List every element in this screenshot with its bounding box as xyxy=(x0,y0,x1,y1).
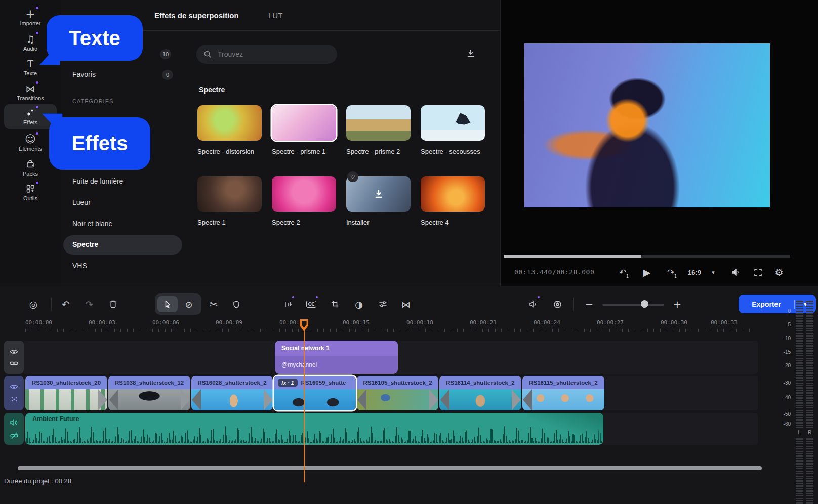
transition-marker[interactable] xyxy=(180,389,202,410)
effect-card-spectre-4[interactable]: Spectre 4 xyxy=(421,176,485,229)
effect-name: Spectre 4 xyxy=(421,217,485,229)
color-paint-icon[interactable] xyxy=(550,297,564,311)
preview-progress-bar[interactable] xyxy=(504,255,790,258)
aspect-ratio-selector[interactable]: 16:9 xyxy=(685,265,704,279)
sidebar-item-label: Effets xyxy=(23,119,37,125)
video-clip[interactable]: RS16105_shutterstock_2 xyxy=(357,376,438,410)
effect-card-spectre-distorsion[interactable]: Spectre - distorsion xyxy=(197,105,262,158)
video-clip-name: RS16059_shutte xyxy=(301,380,346,386)
previous-frame-icon[interactable]: ↶1 xyxy=(616,265,630,279)
sidebar-item-outils[interactable]: Outils xyxy=(4,180,57,204)
text-clip-title: Social network 1 xyxy=(275,341,398,356)
adjust-sliders-icon[interactable] xyxy=(376,297,390,311)
speaker-icon[interactable] xyxy=(10,419,18,426)
ruler-tick-label: 00:00:15 xyxy=(343,319,370,326)
chevron-down-icon[interactable]: ▾ xyxy=(706,265,720,279)
search-icon xyxy=(203,50,212,59)
favorites-count-badge: 0 xyxy=(162,70,173,80)
video-clip-thumbnails xyxy=(522,389,604,410)
zoom-in-icon[interactable]: + xyxy=(670,297,684,311)
effect-card-spectre-2[interactable]: Spectre 2 xyxy=(272,176,336,229)
volume-icon[interactable] xyxy=(729,265,743,279)
effect-card-spectre-1[interactable]: Spectre 1 xyxy=(197,176,262,229)
transition-mix-icon[interactable]: ⋈ xyxy=(399,297,413,311)
effect-card-installer[interactable]: ♡ Installer xyxy=(346,176,411,229)
transition-marker[interactable] xyxy=(511,389,533,410)
ruler-tick-label: 00:00:09 xyxy=(216,319,242,326)
effect-card-spectre-prisme-2[interactable]: Spectre - prisme 2 xyxy=(346,105,411,158)
link-icon[interactable] xyxy=(10,361,18,366)
effect-card-spectre-secousses[interactable]: Spectre - secousses xyxy=(421,105,485,158)
scissors-split-icon[interactable]: ✂ xyxy=(207,297,221,311)
magic-dots-icon[interactable] xyxy=(10,396,18,403)
favorites-item[interactable]: Favoris xyxy=(72,70,96,78)
category-fuite-de-lumiere[interactable]: Fuite de lumière xyxy=(72,177,123,185)
meter-channel-left: L xyxy=(798,430,801,435)
effect-name: Spectre - secousses xyxy=(421,146,485,158)
disable-clip-icon[interactable]: ⊘ xyxy=(182,297,196,311)
link-off-icon[interactable] xyxy=(10,432,18,439)
captions-icon[interactable]: CC xyxy=(304,297,318,311)
audio-clip-ambient-future[interactable]: Ambient Future xyxy=(25,413,603,445)
crop-icon[interactable] xyxy=(328,297,342,311)
video-clip-name: RS16114_shutterstock_2 xyxy=(439,376,521,389)
ruler-ticks[interactable] xyxy=(25,329,754,332)
effects-sparkle-icon xyxy=(25,107,36,118)
download-panel-icon[interactable] xyxy=(466,48,476,58)
video-clip-selected[interactable]: fx · 1 RS16059_shutte xyxy=(274,376,356,410)
effect-card-spectre-prisme-1[interactable]: Spectre - prisme 1 xyxy=(272,105,336,158)
redo-icon[interactable]: ↷ xyxy=(82,297,96,311)
play-icon[interactable]: ▶ xyxy=(640,265,654,279)
video-clip[interactable]: RS16028_shutterstock_2 xyxy=(191,376,273,410)
text-clip-social-network[interactable]: Social network 1 @mychannel xyxy=(275,341,398,374)
meter-scale-label: -60 xyxy=(778,421,791,427)
preview-video-frame: @mychannel xyxy=(524,43,770,207)
video-clip[interactable]: RS1038_shutterstock_12 xyxy=(108,376,190,410)
timeline-zoom-slider[interactable] xyxy=(602,304,664,306)
visibility-eye-icon[interactable] xyxy=(10,384,18,390)
audio-levels-icon[interactable] xyxy=(280,297,295,311)
tab-effets-superposition[interactable]: Effets de superposition xyxy=(154,11,239,20)
sidebar-item-label: Éléments xyxy=(19,146,42,152)
playhead-line[interactable] xyxy=(304,319,305,482)
notification-dot xyxy=(36,81,38,84)
category-vhs[interactable]: VHS xyxy=(72,262,87,270)
category-spectre[interactable]: Spectre xyxy=(72,240,98,248)
transition-marker[interactable] xyxy=(428,389,451,410)
next-frame-icon[interactable]: ↷1 xyxy=(664,265,678,279)
category-lueur[interactable]: Lueur xyxy=(72,198,91,206)
callout-texte: Texte xyxy=(47,15,143,61)
audio-mixer-icon[interactable] xyxy=(526,297,540,311)
favorite-heart-icon[interactable]: ♡ xyxy=(347,171,358,182)
zoom-out-icon[interactable]: − xyxy=(582,297,596,311)
select-tool-icon[interactable] xyxy=(160,297,175,311)
zoom-slider-thumb[interactable] xyxy=(641,300,648,308)
callout-effets: Effets xyxy=(49,117,150,170)
effect-thumbnail xyxy=(197,176,262,212)
fullscreen-icon[interactable] xyxy=(751,265,765,279)
video-clip[interactable]: RS1030_shutterstock_20 xyxy=(25,376,107,410)
video-clip[interactable]: RS16115_shutterstock_2 xyxy=(522,376,604,410)
horizontal-scrollbar[interactable] xyxy=(18,466,762,470)
ruler-tick-label: 00:00:30 xyxy=(661,319,687,326)
visibility-eye-icon[interactable] xyxy=(10,349,18,355)
delete-icon[interactable] xyxy=(106,297,120,311)
record-icon[interactable]: ◎ xyxy=(26,297,40,311)
settings-gear-icon[interactable]: ⚙ xyxy=(772,265,786,279)
sidebar-item-label: Transitions xyxy=(17,95,44,101)
transition-marker[interactable] xyxy=(97,389,119,410)
sidebar-item-transitions[interactable]: ⋈ Transitions xyxy=(4,80,57,104)
playback-time: 00:13.440/00:28.000 xyxy=(514,268,594,276)
tab-lut[interactable]: LUT xyxy=(268,11,282,20)
meter-column-left-lower xyxy=(796,438,803,504)
category-noir-et-blanc[interactable]: Noir et blanc xyxy=(72,220,112,228)
tools-grid-icon xyxy=(26,183,35,194)
sidebar-item-packs[interactable]: Packs xyxy=(4,155,57,180)
smiley-icon: ☺ xyxy=(25,134,36,145)
mask-shield-icon[interactable] xyxy=(229,297,243,311)
video-clip[interactable]: RS16114_shutterstock_2 xyxy=(439,376,521,410)
search-input[interactable] xyxy=(217,50,330,59)
search-bar[interactable] xyxy=(196,45,337,64)
contrast-icon[interactable]: ◑ xyxy=(352,297,366,311)
undo-icon[interactable]: ↶ xyxy=(59,297,73,311)
